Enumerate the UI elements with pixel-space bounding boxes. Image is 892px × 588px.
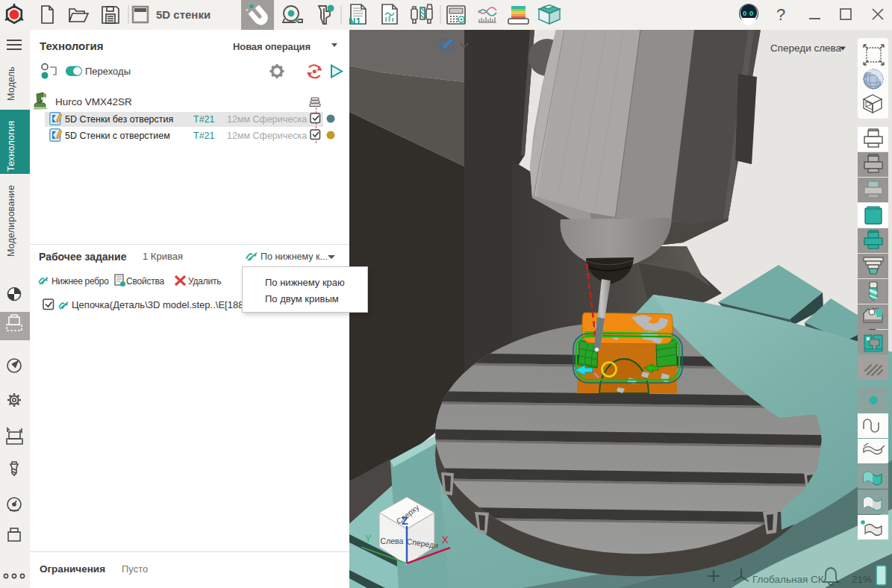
svg-text:0: 0 — [743, 9, 746, 17]
svg-text:Глобальная СК: Глобальная СК — [752, 574, 824, 585]
svg-text:Спереди слева: Спереди слева — [770, 43, 842, 54]
svg-text:X: X — [442, 534, 449, 545]
svg-text:5D стенки: 5D стенки — [156, 8, 210, 21]
svg-text:Z: Z — [402, 515, 408, 527]
svg-text:?: ? — [776, 5, 785, 24]
svg-text:Слева: Слева — [381, 537, 404, 545]
svg-text:Y: Y — [365, 533, 372, 544]
svg-text:N1: N1 — [349, 16, 361, 27]
svg-text:0: 0 — [749, 9, 753, 17]
